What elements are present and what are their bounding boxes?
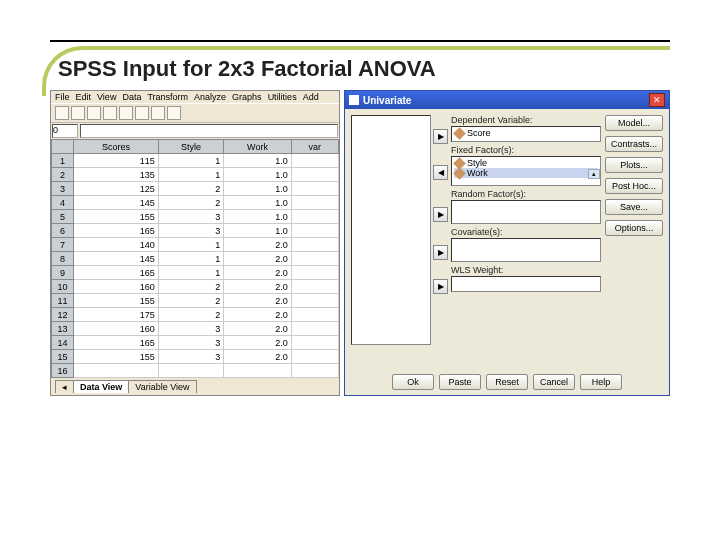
table-row[interactable]: 1217522.0 <box>52 308 339 322</box>
menu-file[interactable]: File <box>55 92 70 102</box>
cell-scores[interactable]: 155 <box>74 210 159 224</box>
cell-work[interactable]: 2.0 <box>224 322 291 336</box>
row-header[interactable]: 11 <box>52 294 74 308</box>
row-header[interactable]: 8 <box>52 252 74 266</box>
recall-icon[interactable] <box>103 106 117 120</box>
cell-empty[interactable] <box>291 196 338 210</box>
save-button[interactable]: Save... <box>605 199 663 215</box>
menu-utilities[interactable]: Utilities <box>268 92 297 102</box>
row-header[interactable]: 6 <box>52 224 74 238</box>
undo-icon[interactable] <box>119 106 133 120</box>
table-row[interactable]: 1016022.0 <box>52 280 339 294</box>
cell-scores[interactable]: 145 <box>74 252 159 266</box>
table-row[interactable]: 111511.0 <box>52 154 339 168</box>
col-header[interactable]: Scores <box>74 140 159 154</box>
cell-empty[interactable] <box>291 252 338 266</box>
posthoc-button[interactable]: Post Hoc... <box>605 178 663 194</box>
cell-work[interactable]: 1.0 <box>224 224 291 238</box>
menu-edit[interactable]: Edit <box>76 92 92 102</box>
cell-empty[interactable] <box>291 154 338 168</box>
menu-transform[interactable]: Transform <box>147 92 188 102</box>
cell-work[interactable]: 1.0 <box>224 168 291 182</box>
table-row[interactable]: 616531.0 <box>52 224 339 238</box>
variable-source-list[interactable] <box>351 115 431 345</box>
table-row[interactable]: 1316032.0 <box>52 322 339 336</box>
goto-icon[interactable] <box>151 106 165 120</box>
model-button[interactable]: Model... <box>605 115 663 131</box>
cell-style[interactable]: 2 <box>158 182 223 196</box>
help-button[interactable]: Help <box>580 374 622 390</box>
cell-scores[interactable]: 165 <box>74 336 159 350</box>
table-row[interactable]: 714012.0 <box>52 238 339 252</box>
covariate-box[interactable] <box>451 238 601 262</box>
cell-empty[interactable] <box>291 294 338 308</box>
cell-empty[interactable] <box>291 280 338 294</box>
cell-scores[interactable]: 160 <box>74 280 159 294</box>
cell-empty[interactable] <box>291 224 338 238</box>
table-row[interactable]: 515531.0 <box>52 210 339 224</box>
cell-empty[interactable] <box>291 336 338 350</box>
cell-scores[interactable]: 145 <box>74 196 159 210</box>
dependent-box[interactable]: Score <box>451 126 601 142</box>
cell-value-input[interactable] <box>80 124 338 138</box>
cell-style[interactable]: 3 <box>158 336 223 350</box>
cell-work[interactable]: 1.0 <box>224 154 291 168</box>
cell-scores[interactable]: 125 <box>74 182 159 196</box>
cell-work[interactable]: 2.0 <box>224 266 291 280</box>
cell-scores[interactable]: 175 <box>74 308 159 322</box>
cell-empty[interactable] <box>291 238 338 252</box>
ok-button[interactable]: Ok <box>392 374 434 390</box>
menu-addons[interactable]: Add <box>303 92 319 102</box>
tab-data-view[interactable]: Data View <box>73 380 129 393</box>
cell-style[interactable]: 1 <box>158 154 223 168</box>
row-header[interactable]: 5 <box>52 210 74 224</box>
row-header[interactable]: 9 <box>52 266 74 280</box>
save-icon[interactable] <box>71 106 85 120</box>
move-dependent-button[interactable]: ▶ <box>433 129 448 144</box>
data-grid[interactable]: ScoresStyleWorkvar 111511.0213511.031252… <box>51 139 339 378</box>
cell-work[interactable] <box>224 364 291 378</box>
menu-analyze[interactable]: Analyze <box>194 92 226 102</box>
find-icon[interactable] <box>167 106 181 120</box>
cell-style[interactable]: 2 <box>158 196 223 210</box>
cell-empty[interactable] <box>291 266 338 280</box>
cell-scores[interactable]: 165 <box>74 266 159 280</box>
menu-graphs[interactable]: Graphs <box>232 92 262 102</box>
move-fixed-button[interactable]: ◀ <box>433 165 448 180</box>
row-header[interactable]: 3 <box>52 182 74 196</box>
cell-style[interactable]: 1 <box>158 238 223 252</box>
wls-box[interactable] <box>451 276 601 292</box>
cell-style[interactable]: 3 <box>158 224 223 238</box>
cell-empty[interactable] <box>291 168 338 182</box>
cell-work[interactable]: 1.0 <box>224 196 291 210</box>
cell-empty[interactable] <box>291 308 338 322</box>
cell-work[interactable]: 2.0 <box>224 350 291 364</box>
table-row[interactable]: 814512.0 <box>52 252 339 266</box>
table-row[interactable]: 1515532.0 <box>52 350 339 364</box>
row-header[interactable]: 1 <box>52 154 74 168</box>
cell-scores[interactable]: 140 <box>74 238 159 252</box>
cell-work[interactable]: 1.0 <box>224 182 291 196</box>
cell-style[interactable]: 2 <box>158 308 223 322</box>
options-button[interactable]: Options... <box>605 220 663 236</box>
cell-empty[interactable] <box>291 322 338 336</box>
cell-work[interactable]: 2.0 <box>224 238 291 252</box>
cell-empty[interactable] <box>291 364 338 378</box>
row-header[interactable]: 4 <box>52 196 74 210</box>
scroll-up-icon[interactable]: ▴ <box>588 169 600 179</box>
move-covariate-button[interactable]: ▶ <box>433 245 448 260</box>
paste-button[interactable]: Paste <box>439 374 481 390</box>
table-row[interactable]: 312521.0 <box>52 182 339 196</box>
move-random-button[interactable]: ▶ <box>433 207 448 222</box>
reset-button[interactable]: Reset <box>486 374 528 390</box>
cell-scores[interactable]: 155 <box>74 294 159 308</box>
cell-style[interactable]: 3 <box>158 350 223 364</box>
row-header[interactable]: 7 <box>52 238 74 252</box>
table-row[interactable]: 1416532.0 <box>52 336 339 350</box>
cell-scores[interactable]: 115 <box>74 154 159 168</box>
table-row[interactable]: 213511.0 <box>52 168 339 182</box>
cell-work[interactable]: 2.0 <box>224 336 291 350</box>
cell-style[interactable]: 1 <box>158 252 223 266</box>
cell-scores[interactable]: 155 <box>74 350 159 364</box>
print-icon[interactable] <box>87 106 101 120</box>
